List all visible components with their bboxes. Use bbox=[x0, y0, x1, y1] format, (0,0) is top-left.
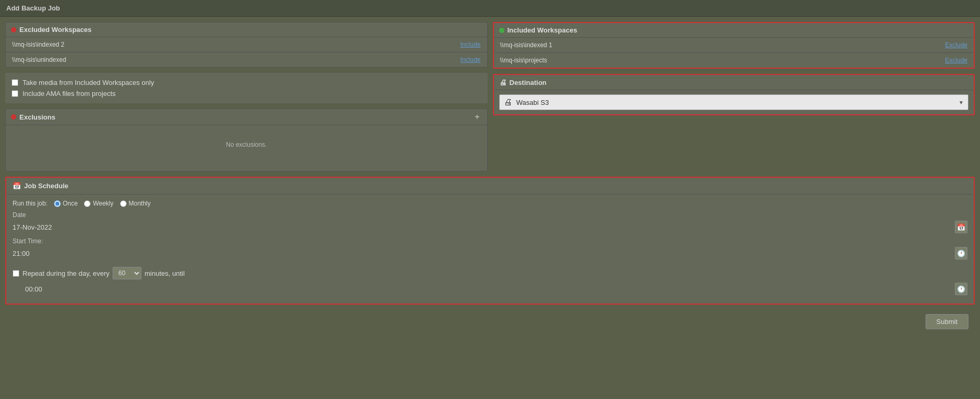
time-picker-button[interactable]: 🕐 bbox=[955, 247, 967, 260]
repeat-minutes-select[interactable]: 15 30 60 120 bbox=[113, 267, 141, 279]
date-value: 17-Nov-2022 bbox=[13, 221, 52, 233]
exclusions-dot bbox=[11, 114, 16, 120]
excluded-workspace-row-2: \\mq-isis\unindexed Include bbox=[6, 52, 487, 67]
exclusions-title: Exclusions bbox=[19, 113, 56, 121]
add-exclusion-button[interactable]: + bbox=[472, 112, 481, 122]
exclusions-section: Exclusions + No exclusions. bbox=[5, 109, 488, 171]
start-time-label: Start Time: bbox=[13, 238, 967, 245]
excluded-path-2: \\mq-isis\unindexed bbox=[12, 56, 66, 63]
start-time-value: 21:00 bbox=[13, 247, 30, 260]
included-path-1: \\mq-isis\indexed 1 bbox=[500, 41, 553, 49]
until-value: 00:00 bbox=[25, 285, 42, 293]
exclude-link-2[interactable]: Exclude bbox=[945, 57, 967, 64]
destination-section: 🖨 Destination 🖨 Wasabi S3 ▼ bbox=[493, 74, 975, 115]
included-workspaces-header: Included Workspaces bbox=[494, 23, 974, 38]
repeat-label-before: Repeat during the day, every bbox=[23, 269, 109, 277]
excluded-dot bbox=[11, 27, 16, 33]
until-clock-icon: 🕐 bbox=[957, 285, 965, 293]
radio-once-label: Once bbox=[63, 200, 78, 207]
excluded-workspaces-section: Excluded Workspaces \\mq-isis\indexed 2 … bbox=[5, 22, 488, 68]
excluded-workspace-row-1: \\mq-isis\indexed 2 Include bbox=[6, 37, 487, 52]
destination-value: Wasabi S3 bbox=[516, 99, 549, 106]
calendar-picker-icon: 📅 bbox=[957, 223, 965, 231]
radio-weekly[interactable] bbox=[84, 200, 91, 207]
included-path-2: \\mq-isis\projects bbox=[500, 57, 547, 64]
schedule-header: 📅 Job Schedule bbox=[6, 178, 974, 195]
checkboxes-area: Take media from Included Workspaces only… bbox=[5, 73, 488, 103]
wasabi-icon: 🖨 bbox=[504, 98, 512, 107]
radio-monthly[interactable] bbox=[120, 200, 127, 207]
destination-select[interactable]: 🖨 Wasabi S3 ▼ bbox=[499, 94, 969, 110]
submit-button[interactable]: Submit bbox=[926, 314, 968, 329]
included-workspace-row-1: \\mq-isis\indexed 1 Exclude bbox=[494, 38, 974, 53]
exclude-link-1[interactable]: Exclude bbox=[945, 41, 967, 49]
radio-weekly-label: Weekly bbox=[93, 200, 113, 207]
select-arrow-icon: ▼ bbox=[959, 100, 964, 105]
no-exclusions-text: No exclusions. bbox=[6, 125, 487, 164]
include-ama-checkbox[interactable] bbox=[12, 90, 18, 97]
included-workspace-row-2: \\mq-isis\projects Exclude bbox=[494, 53, 974, 68]
until-time-picker-button[interactable]: 🕐 bbox=[955, 283, 967, 295]
take-media-checkbox[interactable] bbox=[12, 79, 18, 86]
include-ama-label: Include AMA files from projects bbox=[23, 90, 116, 98]
repeat-checkbox[interactable] bbox=[13, 270, 19, 277]
page-title: Add Backup Job bbox=[6, 4, 60, 12]
date-label: Date bbox=[13, 211, 967, 219]
excluded-workspaces-header: Excluded Workspaces bbox=[6, 23, 487, 37]
job-schedule-section: 📅 Job Schedule Run this job: Once Weekly… bbox=[5, 177, 975, 305]
excluded-workspaces-title: Excluded Workspaces bbox=[19, 26, 92, 34]
included-workspaces-section: Included Workspaces \\mq-isis\indexed 1 … bbox=[493, 22, 975, 69]
radio-monthly-label: Monthly bbox=[129, 200, 151, 207]
run-job-label: Run this job: bbox=[13, 200, 48, 207]
include-link-2[interactable]: Include bbox=[460, 56, 481, 63]
run-job-radio-group: Once Weekly Monthly bbox=[54, 200, 151, 207]
destination-icon: 🖨 bbox=[499, 78, 506, 87]
included-dot bbox=[499, 28, 504, 33]
included-workspaces-title: Included Workspaces bbox=[508, 26, 577, 34]
take-media-label: Take media from Included Workspaces only bbox=[23, 79, 154, 87]
include-link-1[interactable]: Include bbox=[460, 41, 481, 48]
destination-header: 🖨 Destination bbox=[494, 75, 974, 90]
title-bar: Add Backup Job bbox=[0, 0, 980, 17]
destination-title: Destination bbox=[510, 79, 547, 87]
schedule-title: Job Schedule bbox=[24, 182, 69, 190]
excluded-path-1: \\mq-isis\indexed 2 bbox=[12, 41, 64, 48]
exclusions-header: Exclusions + bbox=[6, 109, 487, 125]
repeat-label-after: minutes, until bbox=[145, 269, 185, 277]
radio-once[interactable] bbox=[54, 200, 61, 207]
clock-icon: 🕐 bbox=[957, 250, 965, 257]
calendar-icon: 📅 bbox=[13, 182, 21, 190]
date-picker-button[interactable]: 📅 bbox=[955, 221, 967, 233]
